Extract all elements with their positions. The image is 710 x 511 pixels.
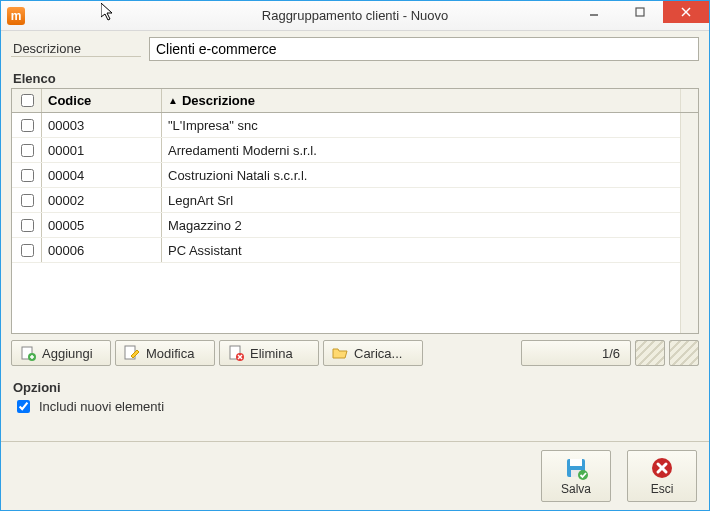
row-checkbox[interactable]	[21, 119, 34, 132]
include-new-checkbox[interactable]	[17, 400, 30, 413]
cursor-icon	[101, 3, 117, 23]
add-button-label: Aggiungi	[42, 346, 93, 361]
row-checkbox[interactable]	[21, 219, 34, 232]
header-scroll-gutter	[680, 89, 698, 112]
table-body: 00003"L'Impresa" snc00001Arredamenti Mod…	[12, 113, 680, 333]
edit-button[interactable]: Modifica	[115, 340, 215, 366]
body: Descrizione Elenco Codice ▲ Descrizione …	[1, 31, 709, 441]
row-checkbox-cell	[12, 138, 42, 162]
options-section: Opzioni Includi nuovi elementi	[11, 376, 699, 416]
window-controls	[571, 1, 709, 30]
row-checkbox[interactable]	[21, 169, 34, 182]
app-icon: m	[7, 7, 25, 25]
row-description: Costruzioni Natali s.c.r.l.	[162, 163, 680, 187]
table-row[interactable]: 00003"L'Impresa" snc	[12, 113, 680, 138]
include-new-option[interactable]: Includi nuovi elementi	[13, 397, 699, 416]
edit-icon	[124, 345, 140, 361]
window: m Raggruppamento clienti - Nuovo Descriz…	[0, 0, 710, 511]
row-checkbox-cell	[12, 188, 42, 212]
exit-button-label: Esci	[651, 482, 674, 496]
maximize-button[interactable]	[617, 1, 663, 23]
row-checkbox-cell	[12, 113, 42, 137]
save-button[interactable]: Salva	[541, 450, 611, 502]
row-description: Arredamenti Moderni s.r.l.	[162, 138, 680, 162]
row-code: 00006	[42, 238, 162, 262]
table-header: Codice ▲ Descrizione	[12, 89, 698, 113]
footer: Salva Esci	[1, 441, 709, 510]
row-code: 00001	[42, 138, 162, 162]
header-checkbox-cell	[12, 89, 42, 112]
header-code[interactable]: Codice	[42, 89, 162, 112]
header-description-label: Descrizione	[182, 93, 255, 108]
add-button[interactable]: Aggiungi	[11, 340, 111, 366]
close-button[interactable]	[663, 1, 709, 23]
description-input[interactable]	[149, 37, 699, 61]
options-title: Opzioni	[13, 380, 699, 395]
select-all-checkbox[interactable]	[21, 94, 34, 107]
header-code-label: Codice	[48, 93, 91, 108]
delete-button[interactable]: Elimina	[219, 340, 319, 366]
exit-icon	[650, 456, 674, 480]
description-label: Descrizione	[11, 41, 141, 57]
table-row[interactable]: 00005Magazzino 2	[12, 213, 680, 238]
row-code: 00005	[42, 213, 162, 237]
vertical-scrollbar[interactable]	[680, 113, 698, 333]
prev-page-button[interactable]	[635, 340, 665, 366]
folder-open-icon	[332, 345, 348, 361]
svg-rect-14	[570, 459, 582, 466]
row-description: Magazzino 2	[162, 213, 680, 237]
row-checkbox[interactable]	[21, 194, 34, 207]
add-icon	[20, 345, 36, 361]
include-new-label: Includi nuovi elementi	[39, 399, 164, 414]
row-checkbox[interactable]	[21, 244, 34, 257]
page-counter: 1/6	[521, 340, 631, 366]
load-button-label: Carica...	[354, 346, 402, 361]
row-description: "L'Impresa" snc	[162, 113, 680, 137]
row-description: PC Assistant	[162, 238, 680, 262]
svg-rect-1	[636, 8, 644, 16]
table-row[interactable]: 00002LegnArt Srl	[12, 188, 680, 213]
delete-icon	[228, 345, 244, 361]
load-button[interactable]: Carica...	[323, 340, 423, 366]
edit-button-label: Modifica	[146, 346, 194, 361]
save-icon	[564, 456, 588, 480]
next-page-button[interactable]	[669, 340, 699, 366]
svg-point-16	[578, 470, 588, 480]
row-checkbox[interactable]	[21, 144, 34, 157]
row-checkbox-cell	[12, 163, 42, 187]
table-row[interactable]: 00004Costruzioni Natali s.c.r.l.	[12, 163, 680, 188]
table-row[interactable]: 00001Arredamenti Moderni s.r.l.	[12, 138, 680, 163]
row-checkbox-cell	[12, 238, 42, 262]
sort-asc-icon: ▲	[168, 95, 178, 106]
row-code: 00002	[42, 188, 162, 212]
titlebar: m Raggruppamento clienti - Nuovo	[1, 1, 709, 31]
delete-button-label: Elimina	[250, 346, 293, 361]
minimize-button[interactable]	[571, 1, 617, 23]
exit-button[interactable]: Esci	[627, 450, 697, 502]
list-toolbar: Aggiungi Modifica Elimina Carica...	[11, 340, 699, 366]
description-row: Descrizione	[11, 37, 699, 61]
page-counter-text: 1/6	[602, 346, 620, 361]
table-row[interactable]: 00006PC Assistant	[12, 238, 680, 263]
list-section-title: Elenco	[13, 71, 699, 86]
row-description: LegnArt Srl	[162, 188, 680, 212]
save-button-label: Salva	[561, 482, 591, 496]
row-checkbox-cell	[12, 213, 42, 237]
header-description[interactable]: ▲ Descrizione	[162, 89, 680, 112]
list-table: Codice ▲ Descrizione 00003"L'Impresa" sn…	[11, 88, 699, 334]
row-code: 00003	[42, 113, 162, 137]
row-code: 00004	[42, 163, 162, 187]
